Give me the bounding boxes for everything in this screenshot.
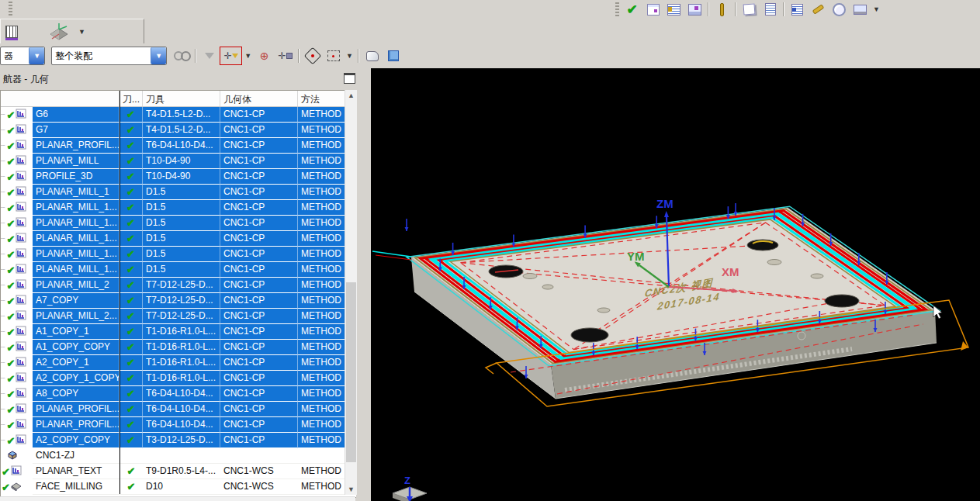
table-row[interactable]: ┈✔G7✔T4-D1.5-L2-D...CNC1-CPMETHOD [1,123,356,138]
scroll-up-icon[interactable]: ▲ [345,90,357,101]
chevron-down-icon[interactable]: ▼ [76,28,88,36]
clock-icon[interactable] [829,1,850,18]
toolbar-drag-handle[interactable] [9,2,12,16]
table-body: ┈✔G6✔T4-D1.5-L2-D...CNC1-CPMETHOD┈✔G7✔T4… [1,107,356,495]
tree-area: ┈✔ [1,309,33,324]
chevron-down-icon[interactable]: ▼ [344,52,355,60]
table-row[interactable]: ┈✔PLANAR_MILL_1✔D1.5CNC1-CPMETHOD [1,185,356,200]
chevron-down-icon[interactable]: ▼ [29,47,44,64]
table-row[interactable]: ┈✔PLANAR_MILL_1...✔D1.5CNC1-CPMETHOD [1,262,356,278]
wireframe-cube-icon[interactable] [383,47,403,64]
mcs-y-axis-label: YM [627,250,645,263]
assembly-scope-combobox[interactable]: 整个装配 ▼ [51,47,167,65]
vertical-scrollbar[interactable]: ▲ ▼ [345,90,357,495]
operation-name: A1_COPY_COPY [33,340,119,355]
3d-viewport[interactable]: CNC2次 视图2017-08-14ZMYMXMZ [371,68,980,501]
toolpath-ok-icon: ✔ [126,248,135,260]
scrollbar-thumb[interactable] [346,282,356,462]
table-row[interactable]: ┈✔PLANAR_PROFIL...✔T6-D4-L10-D4...CNC1-C… [1,402,356,417]
table-row[interactable]: ┈✔A8_COPY✔T6-D4-L10-D4...CNC1-CPMETHOD [1,386,356,402]
datum-csys-icon[interactable] [42,23,76,40]
table-row[interactable]: ┈✔PLANAR_MILL✔T10-D4-90CNC1-CPMETHOD [1,154,356,169]
table-row[interactable]: ┈✔PLANAR_PROFIL...✔T6-D4-L10-D4...CNC1-C… [1,417,356,433]
tree-line: ┈ [1,375,5,382]
table-row[interactable]: ┈✔A1_COPY_COPY✔T1-D16-R1.0-L...CNC1-CPME… [1,340,356,355]
toolpath-ok-icon: ✔ [126,341,135,353]
snap-grid-icon[interactable] [1,23,22,40]
geometry-name: CNC1-CP [220,386,298,402]
operation-icon [16,372,26,385]
toolpath-status: ✔ [119,247,143,262]
table-row[interactable]: ┈✔PROFILE_3D✔T10-D4-90CNC1-CPMETHOD [1,169,356,185]
complete-check-icon: ✔ [6,125,15,136]
table-row[interactable]: ✔PLANAR_TEXT✔T9-D1R0.5-L4-...CNC1-WCSMET… [1,464,356,479]
table-row[interactable]: CNC1-ZJ [1,448,356,464]
table-row[interactable]: ┈✔PLANAR_MILL_2✔T7-D12-L25-D...CNC1-CPME… [1,278,356,293]
table-row[interactable]: ┈✔A1_COPY_1✔T1-D16-R1.0-L...CNC1-CPMETHO… [1,324,356,340]
toolpath-status: ✔ [119,185,143,200]
scroll-down-icon[interactable]: ▼ [345,484,357,495]
maximize-icon[interactable] [344,73,355,84]
rotate-point-icon[interactable]: ⊕ [254,47,275,64]
geometry-name: CNC1-CP [220,247,298,262]
table-row[interactable]: ┈✔PLANAR_MILL_1...✔D1.5CNC1-CPMETHOD [1,200,356,216]
table-row[interactable]: ┈✔PLANAR_MILL_1...✔D1.5CNC1-CPMETHOD [1,247,356,262]
table-row[interactable]: ┈✔PLANAR_MILL_2...✔T7-D12-L25-D...CNC1-C… [1,309,356,324]
document-icon[interactable] [760,1,781,18]
chevron-down-icon[interactable]: ▼ [871,5,882,13]
chevron-down-icon[interactable]: ▼ [151,47,166,64]
tree-line: ┈ [1,328,5,336]
funnel-icon[interactable] [199,47,220,64]
workstation-icon[interactable] [850,1,871,18]
table-row[interactable]: ┈✔PLANAR_MILL_1...✔D1.5CNC1-CPMETHOD [1,216,356,231]
column-geometry[interactable]: 几何体 [220,91,298,106]
column-tool[interactable]: 刀具 [143,91,220,106]
rect-select-icon[interactable] [323,47,344,64]
view-triad-z-label: Z [404,475,410,486]
operations-toolbar: ✔▼ [613,0,882,19]
tool-name: T10-D4-90 [143,154,220,169]
wrench-icon[interactable] [808,1,829,18]
list-operations-icon[interactable] [663,1,684,18]
snap-point-icon[interactable]: ✛ [275,47,296,64]
complete-check-icon: ✔ [6,218,15,230]
tool-name: T7-D12-L25-D... [143,278,220,293]
shaded-view-icon[interactable] [362,47,383,64]
verify-check-icon[interactable]: ✔ [622,1,642,18]
geometry-name: CNC1-CP [220,355,298,371]
list-tool-icon[interactable] [787,1,808,18]
operation-icon [16,264,26,276]
selection-filter-icon[interactable]: ✛ [220,47,242,65]
tree-area: ┈✔ [1,107,33,123]
table-header[interactable]: 刀... 刀具 几何体 方法 [1,91,356,107]
tool-name: T1-D16-R1.0-L... [143,324,220,340]
note-page-icon[interactable] [642,1,663,18]
plumb-tool-icon[interactable] [712,1,732,18]
chevron-down-icon[interactable]: ▼ [242,52,254,60]
edit-wand-icon[interactable] [739,1,760,18]
table-row[interactable]: ┈✔A2_COPY_COPY✔T3-D12-L25-D...CNC1-CPMET… [1,433,356,448]
filter-combobox[interactable]: 器 ▼ [0,47,45,65]
geometry-name: CNC1-CP [220,402,298,417]
table-row[interactable]: ┈✔A2_COPY_1_COPY✔T1-D16-R1.0-L...CNC1-CP… [1,371,356,386]
table-row[interactable]: ✔FACE_MILLING✔D10CNC1-WCSMETHOD [1,479,356,495]
tree-area: ┈✔ [1,278,33,293]
column-toolpath[interactable]: 刀... [119,91,143,106]
hexagon-point-icon[interactable] [302,47,323,64]
gear-pair-icon[interactable] [171,47,192,64]
table-row[interactable]: ┈✔G6✔T4-D1.5-L2-D...CNC1-CPMETHOD [1,107,356,123]
table-row[interactable]: ┈✔A2_COPY_1✔T1-D16-R1.0-L...CNC1-CPMETHO… [1,355,356,371]
hole [825,295,859,307]
toolbar-drag-handle[interactable] [615,2,619,16]
horizontal-scrollbar[interactable] [0,496,355,501]
view-toolbar: ▼ [0,19,144,45]
machine-table-icon[interactable] [684,1,705,18]
column-name[interactable] [1,91,119,106]
table-row[interactable]: ┈✔PLANAR_MILL_1...✔D1.5CNC1-CPMETHOD [1,231,356,247]
table-row[interactable]: ┈✔A7_COPY✔T7-D12-L25-D...CNC1-CPMETHOD [1,293,356,309]
geometry-name: CNC1-WCS [220,464,298,479]
toolpath-status: ✔ [119,262,143,278]
geometry-name: CNC1-CP [220,293,298,309]
table-row[interactable]: ┈✔PLANAR_PROFIL...✔T6-D4-L10-D4...CNC1-C… [1,138,356,154]
tree-area: ┈✔ [1,185,33,200]
